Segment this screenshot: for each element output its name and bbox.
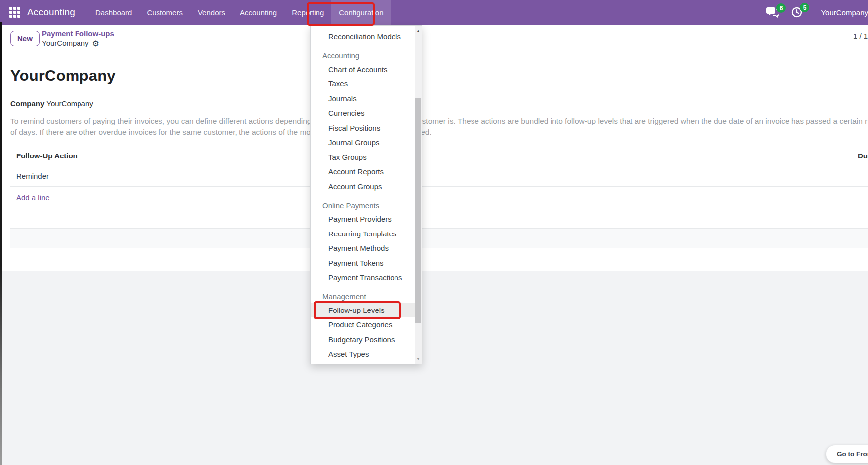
scroll-up-icon[interactable]: ▲ xyxy=(415,27,422,35)
scroll-down-icon[interactable]: ▼ xyxy=(415,355,422,363)
menu-item-account-groups[interactable]: Account Groups xyxy=(311,179,415,194)
description-line-1: To remind customers of paying their invo… xyxy=(10,116,868,127)
menu-item-fiscal-positions[interactable]: Fiscal Positions xyxy=(311,121,415,136)
table-row[interactable]: Reminder xyxy=(10,165,868,187)
breadcrumb-parent[interactable]: Payment Follow-ups xyxy=(42,29,114,38)
dropdown-section-online-payments: Online Payments xyxy=(311,199,415,212)
add-a-line-link[interactable]: Add a line xyxy=(10,187,868,208)
dropdown-section-accounting: Accounting xyxy=(311,49,415,62)
messages-button[interactable]: 6 xyxy=(766,7,779,18)
menu-item-asset-types[interactable]: Asset Types xyxy=(311,347,415,362)
table-empty-row xyxy=(10,208,868,229)
new-button[interactable]: New xyxy=(10,31,40,46)
nav-item-reporting[interactable]: Reporting xyxy=(284,0,331,25)
menu-item-follow-up-levels[interactable]: Follow-up Levels xyxy=(311,303,415,318)
breadcrumb-current: YourCompany xyxy=(42,39,89,48)
nav-item-accounting[interactable]: Accounting xyxy=(233,0,284,25)
control-panel: New Payment Follow-ups YourCompany⚙ 1 / … xyxy=(2,25,868,52)
menu-item-journal-groups[interactable]: Journal Groups xyxy=(311,135,415,150)
followup-lines-table: Follow-Up Action Due Reminder Add a line xyxy=(10,147,868,248)
menu-item-journals[interactable]: Journals xyxy=(311,91,415,106)
configuration-dropdown-menu: Reconciliation ModelsAccountingChart of … xyxy=(310,25,422,364)
content-background xyxy=(2,271,868,465)
main-nav: DashboardCustomersVendorsAccountingRepor… xyxy=(88,0,391,25)
menu-item-reconciliation-models[interactable]: Reconciliation Models xyxy=(311,29,415,44)
menu-item-payment-providers[interactable]: Payment Providers xyxy=(311,212,415,227)
table-header-row: Follow-Up Action Due xyxy=(10,147,868,165)
company-line: Company YourCompany xyxy=(10,99,93,108)
column-header-due[interactable]: Due xyxy=(858,152,868,160)
messages-count-badge: 6 xyxy=(776,3,786,13)
dropdown-scrollbar[interactable]: ▲ ▼ xyxy=(415,26,422,364)
left-screen-edge xyxy=(0,22,2,465)
pager[interactable]: 1 / 1 xyxy=(853,32,868,40)
breadcrumb: Payment Follow-ups YourCompany⚙ xyxy=(42,29,114,48)
top-menubar: Accounting DashboardCustomersVendorsAcco… xyxy=(0,0,868,25)
dropdown-scrollbar-thumb[interactable] xyxy=(415,98,421,323)
dropdown-section-management: Management xyxy=(311,290,415,303)
company-value: YourCompany xyxy=(46,99,93,108)
table-footer-row xyxy=(10,229,868,248)
menu-item-payment-transactions[interactable]: Payment Transactions xyxy=(311,270,415,285)
nav-item-configuration[interactable]: Configuration xyxy=(331,0,391,25)
menu-item-recurring-templates[interactable]: Recurring Templates xyxy=(311,227,415,241)
nav-item-customers[interactable]: Customers xyxy=(139,0,190,25)
menu-item-currencies[interactable]: Currencies xyxy=(311,106,415,121)
menu-item-payment-methods[interactable]: Payment Methods xyxy=(311,241,415,256)
menu-item-budgetary-positions[interactable]: Budgetary Positions xyxy=(311,332,415,347)
go-to-frontend-button[interactable]: Go to Frontend xyxy=(826,445,868,463)
column-header-followup-action[interactable]: Follow-Up Action xyxy=(16,152,78,160)
menu-item-chart-of-accounts[interactable]: Chart of Accounts xyxy=(311,62,415,77)
activities-count-badge: 5 xyxy=(800,3,809,12)
menu-item-tax-groups[interactable]: Tax Groups xyxy=(311,150,415,165)
user-menu[interactable]: YourCompany xyxy=(821,8,868,17)
nav-item-vendors[interactable]: Vendors xyxy=(190,0,233,25)
menu-item-product-categories[interactable]: Product Categories xyxy=(311,317,415,332)
apps-grid-icon[interactable] xyxy=(9,7,20,18)
activities-button[interactable]: 5 xyxy=(791,6,803,18)
menu-item-payment-tokens[interactable]: Payment Tokens xyxy=(311,256,415,271)
followup-description: To remind customers of paying their invo… xyxy=(10,116,868,137)
nav-item-dashboard[interactable]: Dashboard xyxy=(88,0,139,25)
description-line-2: of days. If there are other overdue invo… xyxy=(10,127,868,138)
menu-item-account-reports[interactable]: Account Reports xyxy=(311,164,415,179)
page-title: YourCompany xyxy=(10,67,116,85)
menu-item-taxes[interactable]: Taxes xyxy=(311,77,415,91)
app-brand[interactable]: Accounting xyxy=(27,7,75,18)
company-label: Company xyxy=(10,99,44,108)
gear-icon[interactable]: ⚙ xyxy=(92,39,99,48)
